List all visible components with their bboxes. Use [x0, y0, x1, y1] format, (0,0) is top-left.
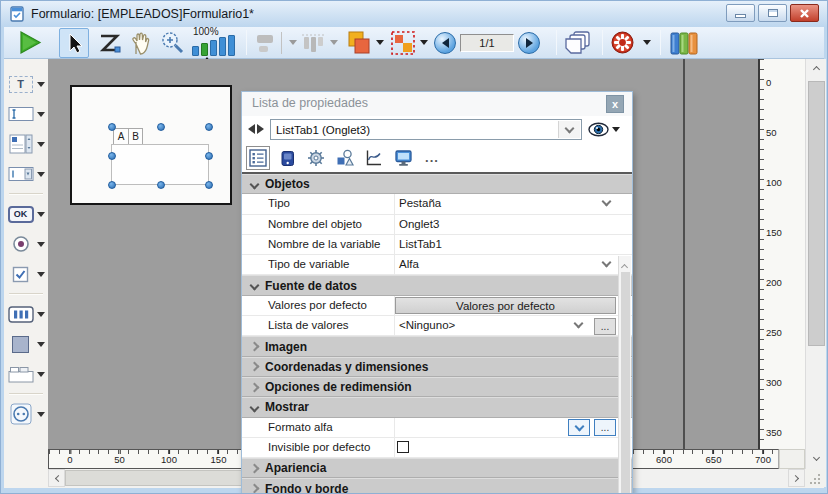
toolbox-list-control[interactable] [4, 129, 48, 159]
pan-tool-button[interactable] [128, 30, 154, 56]
prop-row-tipo-variable[interactable]: Tipo de variable Alfa [242, 255, 632, 275]
default-values-button[interactable]: Valores por defecto [395, 297, 616, 314]
combo-dropdown-button[interactable] [558, 121, 580, 138]
chevron-down-icon[interactable] [602, 258, 612, 268]
select-tool-button[interactable] [59, 28, 89, 58]
dropdown-arrow-icon[interactable] [37, 272, 45, 277]
vertical-scroll-thumb[interactable] [808, 81, 825, 346]
panel-title-bar[interactable]: Lista de propiedades x [242, 92, 632, 116]
next-page-button[interactable] [518, 32, 540, 54]
previous-page-button[interactable] [434, 32, 456, 54]
prop-row-lista-valores[interactable]: Lista de valores <Ninguno> ... [242, 316, 632, 336]
tab-properties-list[interactable] [246, 146, 270, 170]
toolbox-button-control[interactable]: OK [4, 199, 48, 229]
zoom-level-widget[interactable]: 100% [192, 27, 242, 58]
toolbox-static-text[interactable]: T [4, 69, 48, 99]
dropdown-arrow-icon[interactable] [37, 412, 45, 417]
tab-curves[interactable] [362, 146, 386, 170]
section-apariencia[interactable]: Apariencia [242, 458, 632, 478]
dropdown-arrow-icon[interactable] [37, 172, 45, 177]
eye-dropdown-arrow[interactable] [612, 127, 620, 132]
section-objetos[interactable]: Objetos [242, 174, 632, 194]
align-button-disabled[interactable] [254, 31, 278, 55]
zoom-tool-button[interactable] [159, 29, 186, 56]
chevron-down-icon[interactable] [574, 319, 584, 329]
panel-close-button[interactable]: x [606, 95, 624, 113]
distribute-button-disabled[interactable] [300, 31, 326, 55]
toolbox-combo-control[interactable] [4, 159, 48, 189]
section-imagen[interactable]: Imagen [242, 336, 632, 356]
section-redimension[interactable]: Opciones de redimensión [242, 377, 632, 397]
run-test-button[interactable] [16, 29, 43, 56]
dropdown-arrow-icon[interactable] [37, 112, 45, 117]
panel-scrollbar[interactable] [618, 256, 631, 494]
selection-handle[interactable] [108, 123, 116, 131]
panel-scroll-thumb[interactable] [621, 272, 630, 494]
tab-display[interactable] [391, 146, 415, 170]
minimize-button[interactable] [726, 4, 755, 22]
next-object-button[interactable] [257, 124, 264, 134]
tab-a[interactable]: A [113, 128, 128, 145]
maximize-button[interactable] [758, 4, 787, 22]
selection-handle[interactable] [205, 181, 213, 189]
selection-handle[interactable] [108, 181, 116, 189]
selection-handle[interactable] [205, 152, 213, 160]
animation-settings-button[interactable] [610, 30, 635, 55]
section-fuente-de-datos[interactable]: Fuente de datos [242, 275, 632, 295]
dropdown-arrow-icon[interactable] [37, 82, 45, 87]
toolbox-ole-control[interactable] [4, 399, 48, 429]
toolbox-shape-control[interactable] [4, 329, 48, 359]
format-browse-button[interactable]: ... [594, 419, 616, 436]
tab-more[interactable]: ... [420, 146, 444, 170]
prop-row-valores-defecto[interactable]: Valores por defecto Valores por defecto [242, 296, 632, 316]
scroll-down-button[interactable] [806, 450, 826, 467]
selection-handle[interactable] [108, 152, 116, 160]
prop-row-invisible[interactable]: Invisible por defecto [242, 438, 632, 458]
tab-control-body[interactable] [111, 144, 209, 185]
prop-value[interactable]: ListTab1 [399, 238, 442, 250]
overlay-dropdown-arrow[interactable] [376, 40, 384, 45]
dropdown-arrow-icon[interactable] [37, 342, 45, 347]
title-bar[interactable]: Formulario: [EMPLEADOS]Formulario1* [1, 1, 827, 27]
tab-notes[interactable] [275, 146, 299, 170]
prop-row-nombre-variable[interactable]: Nombre de la variable ListTab1 [242, 235, 632, 255]
dropdown-arrow-icon[interactable] [37, 142, 45, 147]
object-selector-combo[interactable]: ListTab1 (Onglet3) [270, 119, 582, 140]
vertical-scrollbar[interactable] [805, 59, 826, 469]
tab-details[interactable] [304, 146, 328, 170]
toolbox-tab-control[interactable] [4, 359, 48, 389]
prop-value[interactable]: <Ninguno> [399, 319, 455, 331]
align-dropdown-arrow[interactable] [289, 40, 297, 45]
scroll-right-button[interactable] [788, 469, 805, 487]
selection-handle[interactable] [205, 123, 213, 131]
selection-handle[interactable] [157, 123, 165, 131]
section-coordenadas[interactable]: Coordenadas y dimensiones [242, 357, 632, 377]
prop-value[interactable]: Alfa [399, 258, 419, 270]
prop-row-tipo[interactable]: Tipo Pestaña [242, 194, 632, 214]
scroll-left-button[interactable] [48, 469, 65, 487]
settings-dropdown-arrow[interactable] [643, 40, 651, 45]
help-library-button[interactable] [668, 30, 698, 56]
section-fondo-borde[interactable]: Fondo y borde [242, 478, 632, 494]
overlay-style-button[interactable] [346, 30, 372, 56]
zorder-tool-button[interactable] [96, 30, 122, 56]
dropdown-arrow-icon[interactable] [37, 212, 45, 217]
browse-button[interactable]: ... [594, 318, 616, 335]
previous-object-button[interactable] [248, 124, 255, 134]
prop-value[interactable]: Pestaña [399, 197, 441, 209]
chevron-down-icon[interactable] [602, 197, 612, 207]
visibility-menu-button[interactable] [588, 122, 620, 137]
dropdown-arrow-icon[interactable] [37, 372, 45, 377]
selection-dropdown-arrow[interactable] [420, 40, 428, 45]
close-button[interactable] [790, 4, 819, 22]
tab-b[interactable]: B [128, 128, 143, 145]
prop-row-formato-alfa[interactable]: Formato alfa ... [242, 418, 632, 438]
selection-mode-button[interactable] [390, 30, 416, 56]
layers-pages-button[interactable] [564, 30, 592, 56]
toolbox-radio-control[interactable] [4, 229, 48, 259]
distribute-dropdown-arrow[interactable] [330, 40, 338, 45]
prop-value[interactable]: Onglet3 [399, 218, 439, 230]
invisible-checkbox[interactable] [397, 441, 409, 453]
format-dropdown-button[interactable] [568, 419, 590, 436]
toolbox-table-control[interactable] [4, 299, 48, 329]
